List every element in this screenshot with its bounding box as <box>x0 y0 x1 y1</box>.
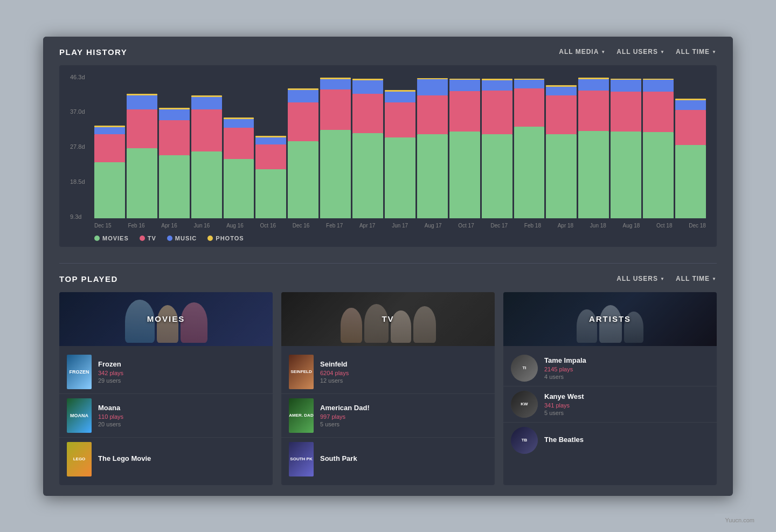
american-dad-users: 5 users <box>320 421 487 427</box>
kanye-west-thumb: KW <box>511 391 538 418</box>
bar-group-12 <box>482 79 512 218</box>
frozen-title: Frozen <box>98 360 265 368</box>
kanye-west-item[interactable]: KW Kanye West 341 plays 5 users <box>503 386 717 423</box>
tame-impala-users: 4 users <box>544 374 709 380</box>
x-label-18: Dec 18 <box>689 223 706 229</box>
legend-tv: TV <box>140 235 156 241</box>
legend-photos: PHOTOS <box>207 235 244 241</box>
artists-items: TI Tame Impala 2145 plays 4 users KW <box>503 346 717 462</box>
time-filter-arrow: ▼ <box>712 50 717 54</box>
artists-banner-overlay: ARTISTS <box>503 292 717 346</box>
moana-plays: 110 plays <box>98 413 265 420</box>
users-filter-arrow: ▼ <box>660 50 665 54</box>
users-filter-btn[interactable]: ALL USERS ▼ <box>616 48 665 56</box>
south-park-item[interactable]: SOUTH PK South Park <box>281 438 495 481</box>
frozen-item[interactable]: FROZEN Frozen 342 plays 29 users <box>59 350 273 394</box>
artists-card: ARTISTS TI Tame Impala 2145 plays 4 user… <box>503 292 717 485</box>
bar-group-14 <box>546 85 577 218</box>
x-label-2: Apr 16 <box>161 223 177 229</box>
x-label-4: Aug 16 <box>226 223 244 229</box>
top-played-users-arrow: ▼ <box>660 277 665 281</box>
movies-items: FROZEN Frozen 342 plays 29 users MOANA <box>59 346 273 485</box>
y-label-5: 9.3d <box>70 213 85 220</box>
american-dad-thumb: AMER. DAD <box>289 398 314 433</box>
legend-dot-music <box>167 236 172 241</box>
bar-group-4 <box>224 118 254 218</box>
x-label-7: Feb 17 <box>326 223 343 229</box>
x-label-11: Oct 17 <box>458 223 474 229</box>
lego-item[interactable]: LEGO The Lego Movie <box>59 438 273 481</box>
seinfeld-plays: 6204 plays <box>320 370 487 376</box>
seinfeld-title: Seinfeld <box>320 360 487 368</box>
movies-banner-overlay: MOVIES <box>59 292 273 346</box>
play-history-title: PLAY HISTORY <box>59 47 127 57</box>
bar-group-5 <box>255 136 286 218</box>
bar-group-13 <box>514 79 545 218</box>
x-label-12: Dec 17 <box>490 223 508 229</box>
beatles-item[interactable]: TB The Beatles <box>503 423 717 458</box>
bar-group-9 <box>385 90 415 218</box>
artists-banner: ARTISTS <box>503 292 717 346</box>
frozen-users: 29 users <box>98 377 265 384</box>
media-filter-arrow: ▼ <box>601 50 606 54</box>
play-history-section: PLAY HISTORY ALL MEDIA ▼ ALL USERS ▼ ALL… <box>43 37 733 252</box>
frozen-thumb: FROZEN <box>67 355 92 389</box>
kanye-west-title: Kanye West <box>544 392 709 400</box>
time-filter-btn[interactable]: ALL TIME ▼ <box>676 48 717 56</box>
seinfeld-thumb: SEINFELD <box>289 355 314 389</box>
american-dad-info: American Dad! 997 plays 5 users <box>320 404 487 427</box>
chart-legend: MOVIES TV MUSIC PHOTOS <box>94 235 706 241</box>
bar-group-1 <box>127 94 157 218</box>
beatles-info: The Beatles <box>544 436 709 445</box>
legend-label-photos: PHOTOS <box>216 235 244 241</box>
top-played-section: TOP PLAYED ALL USERS ▼ ALL TIME ▼ <box>43 274 733 496</box>
x-label-6: Dec 16 <box>293 223 310 229</box>
y-label-3: 27.8d <box>70 143 85 150</box>
x-label-8: Apr 17 <box>359 223 375 229</box>
legend-movies: MOVIES <box>94 235 129 241</box>
legend-label-movies: MOVIES <box>102 235 129 241</box>
top-played-time-filter[interactable]: ALL TIME ▼ <box>676 275 717 282</box>
tame-impala-item[interactable]: TI Tame Impala 2145 plays 4 users <box>503 350 717 386</box>
x-label-15: Jun 18 <box>590 223 606 229</box>
chart-y-axis: 46.3d 37.0d 27.8d 18.5d 9.3d <box>70 74 85 220</box>
legend-music: MUSIC <box>167 235 197 241</box>
play-history-filters: ALL MEDIA ▼ ALL USERS ▼ ALL TIME ▼ <box>559 48 717 56</box>
beatles-title: The Beatles <box>544 436 709 444</box>
movies-banner-title: MOVIES <box>147 314 185 323</box>
tame-impala-plays: 2145 plays <box>544 366 709 372</box>
lego-info: The Lego Movie <box>98 454 265 464</box>
top-played-users-filter[interactable]: ALL USERS ▼ <box>616 275 665 282</box>
american-dad-title: American Dad! <box>320 404 487 412</box>
south-park-title: South Park <box>320 454 487 462</box>
seinfeld-info: Seinfeld 6204 plays 12 users <box>320 360 487 384</box>
play-history-chart: 46.3d 37.0d 27.8d 18.5d 9.3d Dec 15Feb 1… <box>59 65 717 247</box>
legend-label-music: MUSIC <box>175 235 197 241</box>
chart-x-axis: Dec 15Feb 16Apr 16Jun 16Aug 16Oct 16Dec … <box>94 223 706 229</box>
top-played-title: TOP PLAYED <box>59 274 118 284</box>
moana-thumb: MOANA <box>67 398 92 433</box>
chart-bars <box>94 74 706 219</box>
moana-item[interactable]: MOANA Moana 110 plays 20 users <box>59 394 273 438</box>
moana-title: Moana <box>98 404 265 412</box>
lego-title: The Lego Movie <box>98 454 265 462</box>
bar-group-11 <box>449 79 480 218</box>
bar-group-15 <box>578 78 609 218</box>
frozen-plays: 342 plays <box>98 370 265 376</box>
south-park-thumb: SOUTH PK <box>289 442 314 476</box>
beatles-thumb: TB <box>511 427 538 454</box>
x-label-10: Aug 17 <box>425 223 442 229</box>
american-dad-item[interactable]: AMER. DAD American Dad! 997 plays 5 user… <box>281 394 495 438</box>
bar-group-0 <box>94 126 125 218</box>
south-park-info: South Park <box>320 454 487 464</box>
seinfeld-item[interactable]: SEINFELD Seinfeld 6204 plays 12 users <box>281 350 495 394</box>
tame-impala-info: Tame Impala 2145 plays 4 users <box>544 356 709 380</box>
media-filter-btn[interactable]: ALL MEDIA ▼ <box>559 48 606 56</box>
tv-banner-title: TV <box>382 314 394 323</box>
bar-group-17 <box>643 79 674 218</box>
x-label-1: Feb 16 <box>128 223 144 229</box>
bar-group-7 <box>320 78 351 218</box>
tv-banner: TV <box>281 292 495 346</box>
x-label-14: Apr 18 <box>558 223 573 229</box>
tame-impala-thumb: TI <box>511 355 538 382</box>
